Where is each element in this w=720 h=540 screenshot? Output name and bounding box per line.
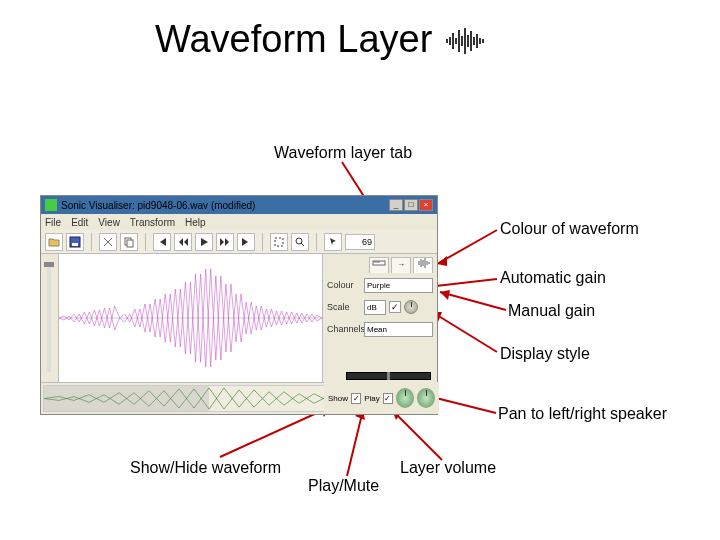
track-sidebar [41, 254, 59, 382]
property-panel: → Colour Purple Scale dB Channels Mean [322, 254, 437, 382]
svg-rect-5 [461, 36, 463, 46]
svg-rect-7 [467, 35, 469, 47]
skip-start-button[interactable] [153, 233, 171, 251]
cut-button[interactable] [99, 233, 117, 251]
menu-view[interactable]: View [98, 217, 120, 228]
zoom-level[interactable]: 69 [345, 234, 375, 250]
svg-rect-0 [446, 39, 448, 43]
play-button[interactable] [195, 233, 213, 251]
annotation-manualgain: Manual gain [508, 302, 595, 320]
scale-label: Scale [327, 302, 361, 312]
skip-end-button[interactable] [237, 233, 255, 251]
svg-rect-12 [482, 39, 484, 43]
svg-line-29 [392, 410, 442, 460]
arrow-volume [390, 408, 445, 462]
annotation-display: Display style [500, 345, 590, 363]
svg-rect-35 [275, 238, 283, 246]
annotation-pan: Pan to left/right speaker [498, 405, 667, 423]
arrow-display [430, 310, 500, 354]
vertical-scale-slider[interactable] [47, 262, 51, 372]
menu-transform[interactable]: Transform [130, 217, 175, 228]
tab-arrow[interactable]: → [391, 257, 411, 273]
annotation-colour: Colour of waveform [500, 220, 639, 238]
play-label: Play [364, 394, 380, 403]
svg-rect-3 [455, 38, 457, 44]
annotation-showhide: Show/Hide waveform [130, 459, 281, 477]
minimize-button[interactable]: _ [389, 199, 403, 211]
menubar: File Edit View Transform Help [41, 214, 437, 230]
colour-label: Colour [327, 280, 361, 290]
titlebar: Sonic Visualiser: pid9048-06.wav (modifi… [41, 196, 437, 214]
toolbar: 69 [41, 230, 437, 254]
menu-file[interactable]: File [45, 217, 61, 228]
svg-rect-10 [476, 34, 478, 48]
annotation-playmute: Play/Mute [308, 477, 379, 495]
svg-rect-1 [449, 37, 451, 45]
waveform-layer-icon [446, 28, 486, 54]
maximize-button[interactable]: □ [404, 199, 418, 211]
show-label: Show [328, 394, 348, 403]
close-button[interactable]: × [419, 199, 433, 211]
zoom-button[interactable] [291, 233, 309, 251]
menu-edit[interactable]: Edit [71, 217, 88, 228]
volume-dial-left[interactable] [396, 388, 414, 408]
svg-rect-2 [452, 33, 454, 49]
svg-line-21 [432, 312, 497, 352]
select-button[interactable] [270, 233, 288, 251]
copy-button[interactable] [120, 233, 138, 251]
channels-label: Channels [327, 324, 361, 334]
pan-slider[interactable] [346, 372, 431, 380]
channels-select[interactable]: Mean [364, 322, 433, 337]
arrow-playmute [345, 408, 365, 478]
svg-rect-8 [470, 31, 472, 51]
svg-rect-34 [127, 240, 133, 247]
svg-line-27 [347, 410, 363, 476]
window-title: Sonic Visualiser: pid9048-06.wav (modifi… [61, 200, 389, 211]
svg-marker-16 [437, 256, 447, 266]
save-button[interactable] [66, 233, 84, 251]
waveform-display[interactable] [59, 254, 322, 382]
page-title: Waveform Layer [155, 18, 432, 61]
app-icon [45, 199, 57, 211]
volume-dial-right[interactable] [417, 388, 435, 408]
svg-rect-50 [44, 386, 209, 411]
play-checkbox[interactable] [383, 393, 393, 404]
menu-help[interactable]: Help [185, 217, 206, 228]
svg-line-19 [440, 292, 506, 310]
svg-rect-4 [458, 30, 460, 52]
show-checkbox[interactable] [351, 393, 361, 404]
svg-rect-11 [479, 38, 481, 44]
tab-ruler[interactable] [369, 257, 389, 273]
svg-rect-32 [72, 243, 78, 246]
open-button[interactable] [45, 233, 63, 251]
svg-line-37 [301, 243, 304, 246]
colour-select[interactable]: Purple [364, 278, 433, 293]
arrow-manualgain [438, 290, 510, 312]
tab-waveform[interactable] [413, 257, 433, 273]
arrow-colour [435, 228, 500, 268]
svg-rect-9 [473, 37, 475, 45]
svg-rect-6 [464, 28, 466, 54]
pointer-button[interactable] [324, 233, 342, 251]
scale-select[interactable]: dB [364, 300, 386, 315]
rewind-button[interactable] [174, 233, 192, 251]
app-window: Sonic Visualiser: pid9048-06.wav (modifi… [40, 195, 438, 415]
forward-button[interactable] [216, 233, 234, 251]
gain-dial[interactable] [404, 300, 418, 314]
layer-footer: Show Play [324, 382, 439, 414]
autogain-checkbox[interactable] [389, 301, 401, 313]
annotation-autogain: Automatic gain [500, 269, 606, 287]
